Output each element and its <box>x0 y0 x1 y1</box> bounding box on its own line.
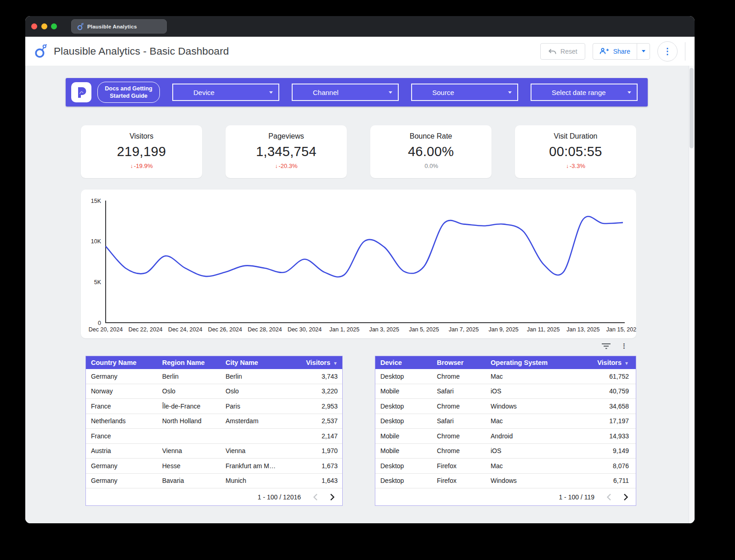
table-cell: Berlin <box>157 373 220 380</box>
x-axis-tick: Jan 9, 2025 <box>488 326 518 333</box>
column-header-browser[interactable]: Browser <box>432 359 486 366</box>
browser-tab[interactable]: Plausible Analytics <box>71 19 167 34</box>
x-axis-tick: Dec 30, 2024 <box>288 326 322 333</box>
filter-dropdown-device[interactable]: Device <box>172 84 279 101</box>
next-page-button[interactable] <box>330 493 335 501</box>
table-cell: Mobile <box>375 447 432 454</box>
table-body: GermanyBerlinBerlin3,743NorwayOsloOslo3,… <box>86 369 342 488</box>
scorecard-delta: 0.0% <box>370 162 492 169</box>
table-cell: Desktop <box>375 477 432 484</box>
table-row[interactable]: MobileChromeAndroid14,933 <box>375 429 636 444</box>
arrow-down-icon: ↓ <box>566 163 569 169</box>
arrow-down-icon: ↓ <box>275 163 277 169</box>
reset-button[interactable]: Reset <box>540 43 585 60</box>
table-row[interactable]: FranceÎle-de-FranceParis2,953 <box>86 399 342 414</box>
table-cell: North Holland <box>157 417 220 425</box>
scorecard-value: 219,199 <box>81 144 202 159</box>
column-header-city[interactable]: City Name <box>220 359 288 366</box>
table-row[interactable]: MobileChromeiOS9,149 <box>375 444 636 459</box>
table-cell: iOS <box>486 387 572 395</box>
column-header-visitors[interactable]: Visitors▼ <box>288 359 342 366</box>
table-cell: Desktop <box>375 373 432 380</box>
column-header-os[interactable]: Operating System <box>486 359 572 366</box>
plausible-favicon-icon <box>77 23 84 30</box>
table-cell: Île-de-France <box>157 403 220 410</box>
screenshot-backdrop: Plausible Analytics Plausible Analytics … <box>0 0 735 560</box>
column-header-country[interactable]: Country Name <box>86 359 157 366</box>
table-row[interactable]: NetherlandsNorth HollandAmsterdam2,537 <box>86 414 342 429</box>
more-options-button[interactable]: ⋮ <box>657 41 678 62</box>
table-cell: Mobile <box>375 432 432 440</box>
table-row[interactable]: AustriaViennaVienna1,970 <box>86 444 342 459</box>
scorecard-title: Bounce Rate <box>370 132 492 140</box>
x-axis-tick: Jan 1, 2025 <box>329 326 359 333</box>
table-cell: Mac <box>486 373 572 380</box>
filter-dropdown-date-range[interactable]: Select date range <box>531 84 638 101</box>
table-row[interactable]: France2,147 <box>86 429 342 444</box>
scorecards-row: Visitors 219,199 ↓-19.9% Pageviews 1,345… <box>81 125 636 178</box>
table-cell: 6,711 <box>572 477 636 484</box>
share-menu-caret[interactable] <box>637 44 650 59</box>
table-cell: 1,970 <box>288 447 342 454</box>
filter-dropdown-source[interactable]: Source <box>411 84 518 101</box>
scorecard-value: 46.00% <box>370 144 492 159</box>
table-cell: Chrome <box>432 403 486 410</box>
share-button-label: Share <box>613 48 630 55</box>
table-cell: Desktop <box>375 403 432 410</box>
column-header-device[interactable]: Device <box>375 359 432 366</box>
x-axis-tick: Jan 11, 2025 <box>527 326 560 333</box>
table-row[interactable]: DesktopChromeWindows34,658 <box>375 399 636 414</box>
table-cell: 14,933 <box>572 432 636 440</box>
scorecard-visitors: Visitors 219,199 ↓-19.9% <box>81 125 202 178</box>
table-cell: Safari <box>432 417 486 425</box>
x-axis-tick: Dec 20, 2024 <box>89 326 123 333</box>
table-row[interactable]: MobileSafariiOS40,759 <box>375 384 636 399</box>
table-cell: 1,673 <box>288 462 342 470</box>
filter-dropdown-channel[interactable]: Channel <box>292 84 399 101</box>
tech-table: Device Browser Operating System Visitors… <box>375 356 636 506</box>
table-row[interactable]: DesktopSafariMac17,197 <box>375 414 636 429</box>
table-cell: Android <box>486 432 572 440</box>
table-row[interactable]: DesktopFirefoxMac8,076 <box>375 459 636 474</box>
minimize-window-button[interactable] <box>41 23 47 29</box>
scrollbar[interactable] <box>689 66 695 523</box>
table-row[interactable]: DesktopFirefoxWindows6,711 <box>375 474 636 489</box>
share-button[interactable]: Share <box>593 43 650 60</box>
table-cell: France <box>86 432 157 440</box>
kebab-menu-icon[interactable]: ⋮ <box>621 342 628 350</box>
chevron-down-icon <box>642 50 645 52</box>
reset-button-label: Reset <box>560 48 577 55</box>
scrollbar-thumb[interactable] <box>690 68 694 148</box>
sort-caret-icon: ▼ <box>333 361 338 366</box>
zoom-window-button[interactable] <box>51 23 57 29</box>
column-header-visitors[interactable]: Visitors▼ <box>572 359 636 366</box>
table-cell: 2,147 <box>288 432 342 440</box>
table-cell: Frankfurt am M… <box>220 462 288 470</box>
chevron-down-icon <box>389 91 392 94</box>
table-cell: Munich <box>220 477 288 484</box>
scorecard-title: Visitors <box>81 132 202 140</box>
filter-icon[interactable] <box>602 343 611 349</box>
table-cell: Paris <box>220 403 288 410</box>
pagination-range: 1 - 100 / 119 <box>559 493 594 501</box>
table-row[interactable]: DesktopChromeMac61,752 <box>375 369 636 384</box>
person-add-icon <box>599 48 609 55</box>
prev-page-button[interactable] <box>313 493 318 501</box>
close-window-button[interactable] <box>31 23 37 29</box>
filter-label: Source <box>432 89 454 96</box>
table-row[interactable]: GermanyBerlinBerlin3,743 <box>86 369 342 384</box>
next-page-button[interactable] <box>623 493 628 501</box>
table-cell: Desktop <box>375 417 432 425</box>
chevron-down-icon <box>269 91 273 94</box>
table-row[interactable]: GermanyHesseFrankfurt am M…1,673 <box>86 459 342 474</box>
tab-title: Plausible Analytics <box>87 24 137 29</box>
table-row[interactable]: GermanyBavariaMunich1,643 <box>86 474 342 489</box>
table-cell: Hesse <box>157 462 220 470</box>
table-cell: Austria <box>86 447 157 454</box>
docs-button[interactable]: Docs and Getting Started Guide <box>97 82 160 103</box>
column-header-region[interactable]: Region Name <box>157 359 220 366</box>
browser-window: Plausible Analytics Plausible Analytics … <box>25 16 695 523</box>
scorecard-title: Visit Duration <box>515 132 636 140</box>
prev-page-button[interactable] <box>606 493 611 501</box>
table-row[interactable]: NorwayOsloOslo3,220 <box>86 384 342 399</box>
